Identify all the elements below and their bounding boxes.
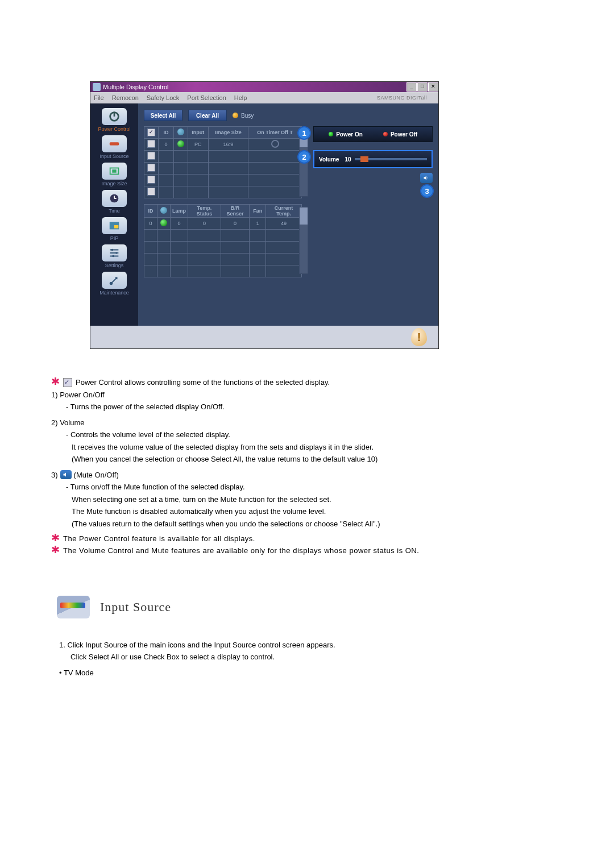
svg-point-13 xyxy=(110,282,113,285)
sidebar-item-label: Time xyxy=(109,208,120,214)
svg-rect-2 xyxy=(110,142,119,146)
sidebar-item-label: Image Size xyxy=(101,181,127,186)
select-all-button[interactable]: Select All xyxy=(144,110,182,121)
sidebar-item-label: Settings xyxy=(105,263,124,268)
callout-3-icon: 3 xyxy=(420,184,434,198)
volume-panel: Volume 10 xyxy=(313,150,433,168)
menu-file[interactable]: File xyxy=(94,94,104,101)
volume-slider[interactable] xyxy=(355,158,427,160)
doc-body: ✱Power Control allows controlling some o… xyxy=(51,377,563,556)
time-icon xyxy=(102,190,127,207)
clear-all-button[interactable]: Clear All xyxy=(188,110,227,121)
row-checkbox[interactable] xyxy=(147,176,155,184)
callout-2-icon: 2 xyxy=(297,150,311,164)
display-table: ID Input Image Size On Timer Off T 0 PC … xyxy=(144,126,302,198)
sidebar-item-image-size[interactable]: Image Size xyxy=(93,163,136,186)
maintenance-icon xyxy=(102,272,127,289)
busy-indicator: Busy xyxy=(233,113,254,119)
image-size-icon xyxy=(102,163,127,180)
star-icon: ✱ xyxy=(51,546,60,554)
sidebar: Power Control Input Source Image Size Ti… xyxy=(90,103,138,326)
sidebar-item-label: Maintenance xyxy=(99,290,129,296)
minimize-button[interactable]: _ xyxy=(406,82,417,92)
row-checkbox[interactable] xyxy=(147,140,155,148)
row-checkbox[interactable] xyxy=(147,152,155,160)
sidebar-item-power-control[interactable]: Power Control xyxy=(93,108,136,132)
status-dot-icon xyxy=(177,140,184,147)
table-row[interactable]: 0 PC 16:9 xyxy=(144,139,302,151)
power-panel: Power On Power Off xyxy=(313,126,433,142)
svg-rect-4 xyxy=(112,169,116,173)
settings-icon xyxy=(102,244,127,261)
power-on-button[interactable]: Power On xyxy=(318,131,373,138)
sidebar-item-input-source[interactable]: Input Source xyxy=(93,135,136,159)
checkbox-icon xyxy=(63,378,72,387)
row-checkbox[interactable] xyxy=(147,188,155,196)
callout-1-icon: 1 xyxy=(297,126,311,140)
alert-icon: ! xyxy=(411,328,427,346)
svg-point-12 xyxy=(112,255,114,258)
sidebar-item-pip[interactable]: PIP xyxy=(93,217,136,241)
app-icon xyxy=(93,83,101,91)
svg-point-10 xyxy=(111,249,114,251)
sidebar-item-maintenance[interactable]: Maintenance xyxy=(93,272,136,296)
row-checkbox[interactable] xyxy=(147,164,155,172)
svg-point-11 xyxy=(115,252,118,254)
timer-radio xyxy=(271,140,279,148)
table2-scrollbar[interactable] xyxy=(299,207,308,274)
maximize-button[interactable]: □ xyxy=(417,82,428,92)
sidebar-item-label: PIP xyxy=(110,235,119,241)
status-header-icon xyxy=(160,207,167,214)
sidebar-item-label: Power Control xyxy=(98,126,130,132)
brand-label: SAMSUNG DIGITall xyxy=(377,95,427,101)
close-button[interactable]: ✕ xyxy=(428,82,438,92)
power-icon xyxy=(102,108,127,125)
section-title: Input Source xyxy=(100,600,171,614)
doc-body-2: 1. Click Input Source of the main icons … xyxy=(51,640,563,678)
status-header-icon xyxy=(177,128,184,135)
input-icon xyxy=(102,135,127,152)
menu-help[interactable]: Help xyxy=(234,94,247,101)
sidebar-item-settings[interactable]: Settings xyxy=(93,244,136,268)
section-header: Input Source xyxy=(57,596,614,618)
svg-rect-9 xyxy=(114,225,118,229)
menu-safety-lock[interactable]: Safety Lock xyxy=(147,94,179,101)
menu-port-selection[interactable]: Port Selection xyxy=(187,94,226,101)
main-panel: Select All Clear All Busy ID Input Image… xyxy=(138,103,438,326)
input-source-section-icon xyxy=(57,596,90,618)
status-table: ID Lamp Temp. Status B/R Senser Fan Curr… xyxy=(144,204,302,277)
title-bar: Multiple Display Control _ □ ✕ xyxy=(90,82,438,92)
app-window: Multiple Display Control _ □ ✕ File Remo… xyxy=(90,81,439,349)
table-row[interactable]: 0 0 0 0 1 49 xyxy=(144,218,302,230)
mute-icon xyxy=(60,470,72,479)
mute-button[interactable] xyxy=(420,173,433,183)
sidebar-item-label: Input Source xyxy=(99,153,128,159)
window-title: Multiple Display Control xyxy=(103,84,169,90)
sidebar-item-time[interactable]: Time xyxy=(93,190,136,214)
star-icon: ✱ xyxy=(51,377,60,385)
select-all-checkbox[interactable] xyxy=(147,128,155,136)
menu-remocon[interactable]: Remocon xyxy=(112,94,139,101)
status-dot-icon xyxy=(160,219,167,226)
busy-dot-icon xyxy=(233,113,238,118)
status-bar: ! xyxy=(90,326,438,348)
menu-bar: File Remocon Safety Lock Port Selection … xyxy=(90,92,438,103)
pip-icon xyxy=(102,217,127,234)
power-off-button[interactable]: Power Off xyxy=(373,131,428,138)
star-icon: ✱ xyxy=(51,534,60,542)
